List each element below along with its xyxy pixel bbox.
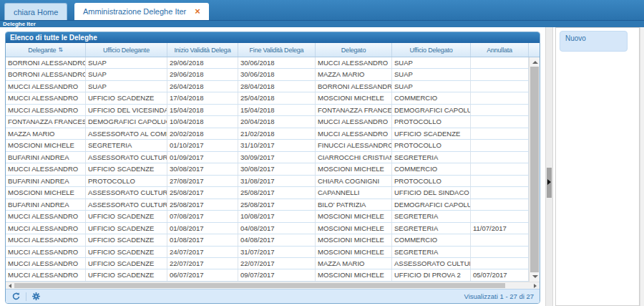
- table-row[interactable]: MUCCI ALESSANDROUFFICIO SCADENZE24/07/20…: [6, 247, 529, 258]
- table-row[interactable]: BORRONI ALESSANDROSUAP29/06/201830/06/20…: [6, 69, 529, 80]
- close-icon[interactable]: ×: [195, 8, 200, 15]
- table-cell: MUCCI ALESSANDRO: [316, 57, 392, 68]
- table-cell: MUCCI ALESSANDRO: [6, 163, 86, 174]
- horizontal-scrollbar[interactable]: [6, 282, 540, 289]
- table-cell: SEGRETERIA: [392, 223, 471, 234]
- gear-icon[interactable]: [31, 292, 41, 301]
- table-cell: FONTANAZZA FRANCESCO: [6, 116, 86, 127]
- table-cell: 30/06/2018: [238, 57, 316, 68]
- table-cell: [471, 247, 529, 257]
- table-cell: BUFARINI ANDREA: [6, 199, 86, 210]
- table-cell: UFFICIO SCADENZE: [86, 247, 167, 257]
- table-cell: UFFICIO SCADENZE: [86, 269, 167, 280]
- table-cell: [471, 116, 529, 127]
- table-cell: 20/02/2018: [167, 128, 238, 139]
- table-cell: SEGRETERIA: [392, 152, 471, 163]
- column-header-5[interactable]: Delegato: [316, 43, 392, 57]
- table-cell: COMMERCIO: [392, 92, 471, 103]
- table-cell: [471, 92, 529, 103]
- table-cell: [471, 128, 529, 139]
- table-cell: PROTOCOLLO: [392, 140, 471, 150]
- chevron-right-icon[interactable]: [534, 284, 537, 288]
- table-body: BORRONI ALESSANDROSUAP29/06/201830/06/20…: [6, 57, 529, 282]
- vertical-scroll-thumb[interactable]: [530, 67, 539, 272]
- table-cell: CAPANNELLI: [316, 187, 392, 198]
- table-cell: DEMOGRAFICI CAPOLUOGO: [392, 105, 471, 115]
- table-cell: 01/08/2017: [167, 234, 238, 245]
- table-cell: 22/07/2017: [238, 258, 316, 269]
- table-cell: SUAP: [86, 81, 167, 92]
- table-cell: UFFICIO DEL SINDACO: [392, 187, 471, 198]
- table-cell: SUAP: [86, 57, 167, 68]
- table-row[interactable]: MUCCI ALESSANDROUFFICIO SCADENZE01/08/20…: [6, 234, 529, 246]
- vertical-scrollbar[interactable]: [529, 57, 540, 282]
- table-cell: UFFICIO DI PROVA 2: [392, 269, 471, 280]
- table-cell: MOSCIONI MICHELE: [6, 187, 86, 198]
- table-cell: 27/08/2017: [167, 176, 238, 186]
- table-row[interactable]: MUCCI ALESSANDROUFFICIO DEL VICESINDACO1…: [6, 105, 529, 116]
- table-row[interactable]: MUCCI ALESSANDROSUAP26/04/201828/04/2018…: [6, 81, 529, 92]
- tab-amministrazione-deleghe-iter[interactable]: Amministrazione Deleghe Iter ×: [74, 3, 209, 20]
- table-cell: 11/07/2017: [471, 223, 529, 234]
- chevron-down-icon[interactable]: [532, 275, 538, 278]
- triangle-right-icon[interactable]: [547, 179, 551, 185]
- column-header-7[interactable]: Annullata: [471, 43, 529, 57]
- table-row[interactable]: BORRONI ALESSANDROSUAP29/06/201830/06/20…: [6, 57, 529, 69]
- refresh-icon[interactable]: [11, 292, 21, 301]
- table-row[interactable]: MOSCIONI MICHELEASSESSORATO CULTURA25/08…: [6, 187, 529, 199]
- nuovo-button[interactable]: Nuovo: [560, 31, 628, 52]
- table-row[interactable]: BUFARINI ANDREAASSESSORATO CULTURA01/09/…: [6, 152, 529, 163]
- table-cell: BORRONI ALESSANDRO: [6, 69, 86, 80]
- table-row[interactable]: BUFARINI ANDREAPROTOCOLLO27/08/201731/08…: [6, 176, 529, 187]
- chevron-up-icon[interactable]: [532, 61, 538, 64]
- table-row[interactable]: MUCCI ALESSANDROUFFICIO SCADENZE22/07/20…: [6, 258, 529, 269]
- breadcrumb-label: Deleghe Iter: [3, 21, 36, 27]
- table-cell: DEMOGRAFICI CAPOLUOGO: [86, 116, 167, 127]
- column-header-6[interactable]: Ufficio Delegato: [392, 43, 471, 57]
- table-cell: FONTANAZZA FRANCESCO: [316, 105, 392, 115]
- column-header-4[interactable]: Fine Validità Delega: [238, 43, 316, 57]
- table-cell: COMMERCIO: [392, 163, 471, 174]
- column-header-3[interactable]: Inizio Validità Delega: [167, 43, 238, 57]
- table-cell: [471, 199, 529, 210]
- table-cell: [471, 152, 529, 163]
- column-header-label: Ufficio Delegato: [409, 47, 452, 54]
- table-cell: 10/04/2018: [167, 116, 238, 127]
- pagination-status: Visualizzati 1 - 27 di 27: [464, 292, 534, 300]
- table-cell: SEGRETERIA: [392, 211, 471, 221]
- table-row[interactable]: MUCCI ALESSANDROUFFICIO SCADENZE07/08/20…: [6, 211, 529, 222]
- table-cell: 29/06/2018: [167, 69, 238, 80]
- table-cell: UFFICIO SCADENZE: [86, 92, 167, 103]
- column-header-2[interactable]: Ufficio Delegante: [86, 43, 167, 57]
- table-cell: MUCCI ALESSANDRO: [6, 81, 86, 92]
- table-row[interactable]: BUFARINI ANDREAASSESSORATO CULTURA25/08/…: [6, 199, 529, 211]
- horizontal-scroll-thumb[interactable]: [14, 283, 505, 288]
- table-cell: UFFICIO SCADENZE: [86, 163, 167, 174]
- table-row[interactable]: MUCCI ALESSANDROUFFICIO SCADENZE01/08/20…: [6, 223, 529, 234]
- table-row[interactable]: MUCCI ALESSANDROUFFICIO SCADENZE17/04/20…: [6, 92, 529, 104]
- column-header-1[interactable]: Delegante⇅: [6, 43, 86, 57]
- table-cell: 01/08/2017: [167, 223, 238, 234]
- table-cell: 04/08/2017: [238, 234, 316, 245]
- table-cell: FINUCCI ALESSANDRO: [316, 140, 392, 150]
- table-cell: 25/08/2017: [238, 199, 316, 210]
- table-cell: SUAP: [392, 69, 471, 80]
- table-cell: 10/08/2017: [238, 211, 316, 221]
- table-cell: BUFARINI ANDREA: [6, 152, 86, 163]
- table-cell: MAZZA MARIO: [316, 258, 392, 269]
- table-row[interactable]: MOSCIONI MICHELESEGRETERIA01/10/201731/1…: [6, 140, 529, 151]
- column-header-label: Delegato: [341, 47, 366, 54]
- tab-chiara-home[interactable]: chiara Home: [4, 3, 67, 20]
- panel-splitter[interactable]: [545, 27, 553, 306]
- table-row[interactable]: MUCCI ALESSANDROUFFICIO SCADENZE30/08/20…: [6, 163, 529, 175]
- chevron-left-icon[interactable]: [9, 284, 11, 288]
- table-cell: 07/08/2017: [167, 211, 238, 221]
- table-row[interactable]: MUCCI ALESSANDROUFFICIO SCADENZE06/07/20…: [6, 269, 529, 281]
- table-row[interactable]: FONTANAZZA FRANCESCODEMOGRAFICI CAPOLUOG…: [6, 116, 529, 128]
- table-cell: PROTOCOLLO: [86, 176, 167, 186]
- panel-title: Elenco di tutte le Deleghe: [6, 32, 540, 43]
- column-header-label: Fine Validità Delega: [250, 47, 304, 54]
- table-cell: 30/06/2018: [238, 69, 316, 80]
- table-cell: 31/10/2017: [238, 140, 316, 150]
- table-row[interactable]: MAZZA MARIOASSESSORATO AL COMMERCIO20/02…: [6, 128, 529, 140]
